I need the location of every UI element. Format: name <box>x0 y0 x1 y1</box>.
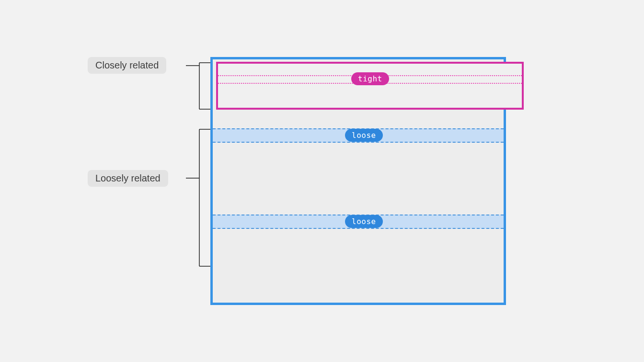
container-tight <box>216 62 524 110</box>
badge-tight: tight <box>351 72 389 85</box>
badge-loose-1: loose <box>345 129 383 142</box>
badge-loose-2: loose <box>345 215 383 228</box>
bracket-loosely <box>186 129 212 266</box>
label-closely-related: Closely related <box>88 57 166 74</box>
label-loosely-related: Loosely related <box>88 170 168 187</box>
